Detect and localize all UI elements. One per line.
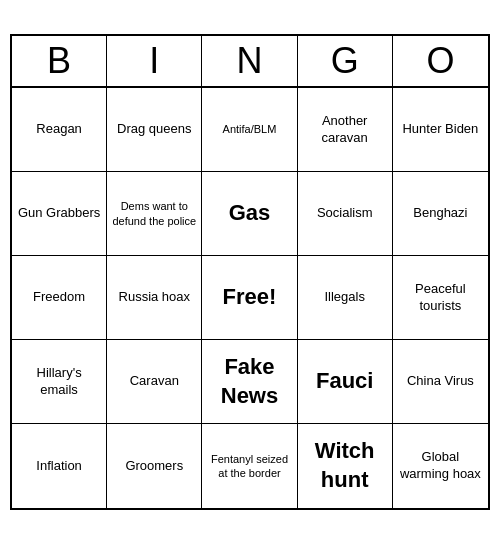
bingo-cell: China Virus — [393, 340, 488, 424]
bingo-header: BINGO — [12, 36, 488, 88]
bingo-cell: Witch hunt — [298, 424, 393, 508]
bingo-cell: Gun Grabbers — [12, 172, 107, 256]
bingo-cell: Dems want to defund the police — [107, 172, 202, 256]
bingo-cell: Antifa/BLM — [202, 88, 297, 172]
bingo-letter: G — [298, 36, 393, 86]
bingo-cell: Russia hoax — [107, 256, 202, 340]
bingo-cell: Inflation — [12, 424, 107, 508]
bingo-cell: Another caravan — [298, 88, 393, 172]
bingo-cell: Groomers — [107, 424, 202, 508]
bingo-cell: Benghazi — [393, 172, 488, 256]
bingo-cell: Hunter Biden — [393, 88, 488, 172]
bingo-letter: B — [12, 36, 107, 86]
bingo-cell: Reagan — [12, 88, 107, 172]
bingo-cell: Fentanyl seized at the border — [202, 424, 297, 508]
bingo-cell: Freedom — [12, 256, 107, 340]
bingo-cell: Free! — [202, 256, 297, 340]
bingo-cell: Fauci — [298, 340, 393, 424]
bingo-letter: I — [107, 36, 202, 86]
bingo-cell: Illegals — [298, 256, 393, 340]
bingo-card: BINGO ReaganDrag queensAntifa/BLMAnother… — [10, 34, 490, 510]
bingo-cell: Gas — [202, 172, 297, 256]
bingo-cell: Hillary's emails — [12, 340, 107, 424]
bingo-letter: O — [393, 36, 488, 86]
bingo-cell: Drag queens — [107, 88, 202, 172]
bingo-cell: Fake News — [202, 340, 297, 424]
bingo-cell: Global warming hoax — [393, 424, 488, 508]
bingo-cell: Caravan — [107, 340, 202, 424]
bingo-cell: Peaceful tourists — [393, 256, 488, 340]
bingo-cell: Socialism — [298, 172, 393, 256]
bingo-grid: ReaganDrag queensAntifa/BLMAnother carav… — [12, 88, 488, 508]
bingo-letter: N — [202, 36, 297, 86]
